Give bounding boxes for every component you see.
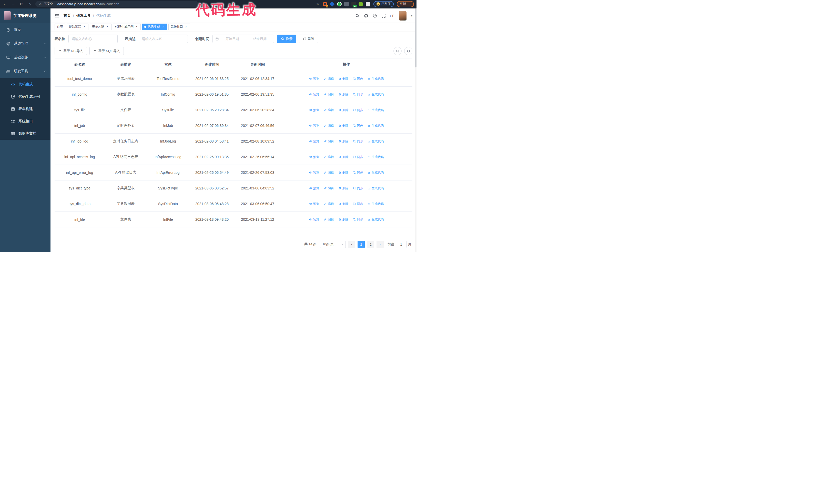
import-sql-button[interactable]: 基于 SQL 导入	[90, 47, 124, 55]
close-icon[interactable]: ×	[135, 25, 138, 29]
prev-page-button[interactable]: ‹	[348, 241, 355, 248]
action-生成代码[interactable]: 生成代码	[367, 124, 384, 128]
action-删除[interactable]: 删除	[338, 155, 349, 159]
goto-page-input[interactable]	[396, 241, 406, 248]
action-编辑[interactable]: 编辑	[324, 77, 334, 81]
action-同步[interactable]: 同步	[353, 155, 363, 159]
extension-icon[interactable]	[359, 2, 363, 6]
close-icon[interactable]: ×	[82, 25, 86, 29]
extension-icon[interactable]	[337, 2, 342, 6]
breadcrumb-item[interactable]: 首页	[64, 13, 71, 18]
user-menu-caret-icon[interactable]: ▾	[411, 14, 412, 18]
sidebar-item-系统接口[interactable]: 系统接口	[0, 115, 50, 127]
import-db-button[interactable]: 基于 DB 导入	[54, 47, 87, 55]
page-scrollbar[interactable]	[415, 8, 416, 252]
page-size-select[interactable]: 10条/页 ▾	[320, 241, 346, 248]
action-编辑[interactable]: 编辑	[324, 202, 334, 206]
search-icon[interactable]	[355, 14, 360, 18]
breadcrumb-item[interactable]: 研发工具	[76, 13, 91, 18]
action-生成代码[interactable]: 生成代码	[367, 108, 384, 112]
sidebar-item-数据库文档[interactable]: 数据库文档	[0, 127, 50, 140]
action-预览[interactable]: 预览	[309, 170, 319, 175]
extension-icon[interactable]	[344, 2, 349, 6]
browser-back-icon[interactable]: ←	[3, 2, 8, 6]
sidebar-item-代码生成[interactable]: 代码生成	[0, 78, 50, 91]
tab-链路追踪[interactable]: 链路追踪×	[67, 24, 89, 30]
tab-表单构建[interactable]: 表单构建×	[90, 24, 112, 30]
action-删除[interactable]: 删除	[338, 124, 349, 128]
action-编辑[interactable]: 编辑	[324, 186, 334, 190]
sidebar-item-基础设施[interactable]: 基础设施	[0, 50, 50, 64]
action-删除[interactable]: 删除	[338, 139, 349, 144]
action-编辑[interactable]: 编辑	[324, 92, 334, 97]
action-预览[interactable]: 预览	[309, 92, 319, 97]
action-生成代码[interactable]: 生成代码	[367, 92, 384, 97]
page-button-2[interactable]: 2	[367, 241, 374, 248]
toggle-search-button[interactable]	[394, 47, 402, 55]
extension-icon[interactable]: on	[351, 2, 356, 6]
action-编辑[interactable]: 编辑	[324, 139, 334, 144]
action-删除[interactable]: 删除	[338, 217, 349, 222]
help-icon[interactable]	[373, 14, 377, 18]
close-icon[interactable]: ×	[161, 25, 165, 29]
fullscreen-icon[interactable]	[381, 14, 386, 18]
action-同步[interactable]: 同步	[353, 202, 363, 206]
action-生成代码[interactable]: 生成代码	[367, 170, 384, 175]
sidebar-item-代码生成示例[interactable]: 代码生成示例	[0, 91, 50, 103]
action-生成代码[interactable]: 生成代码	[367, 202, 384, 206]
action-预览[interactable]: 预览	[309, 202, 319, 206]
action-同步[interactable]: 同步	[353, 108, 363, 112]
user-avatar[interactable]	[399, 11, 406, 21]
close-icon[interactable]: ×	[184, 25, 188, 29]
tab-代码生成示例[interactable]: 代码生成示例×	[113, 24, 141, 30]
action-编辑[interactable]: 编辑	[324, 170, 334, 175]
action-同步[interactable]: 同步	[353, 186, 363, 190]
tab-代码生成[interactable]: 代码生成×	[142, 24, 167, 30]
bookmark-star-icon[interactable]: ☆	[316, 2, 319, 6]
table-name-input[interactable]	[68, 34, 118, 43]
action-生成代码[interactable]: 生成代码	[367, 139, 384, 144]
sidebar-item-首页[interactable]: 首页	[0, 23, 50, 37]
font-size-icon[interactable]: tT	[390, 14, 395, 18]
action-编辑[interactable]: 编辑	[324, 217, 334, 222]
app-logo[interactable]: 芋道管理系统	[0, 8, 50, 23]
action-删除[interactable]: 删除	[338, 77, 349, 81]
hamburger-icon[interactable]	[54, 13, 60, 18]
github-icon[interactable]	[364, 14, 368, 18]
action-生成代码[interactable]: 生成代码	[367, 77, 384, 81]
action-同步[interactable]: 同步	[353, 124, 363, 128]
action-删除[interactable]: 删除	[338, 170, 349, 175]
action-同步[interactable]: 同步	[353, 92, 363, 97]
table-desc-input[interactable]	[139, 34, 188, 43]
sidebar-item-表单构建[interactable]: 表单构建	[0, 103, 50, 115]
action-同步[interactable]: 同步	[353, 77, 363, 81]
next-page-button[interactable]: ›	[377, 241, 384, 248]
puzzle-extensions-icon[interactable]	[366, 2, 371, 6]
action-生成代码[interactable]: 生成代码	[367, 186, 384, 190]
action-删除[interactable]: 删除	[338, 186, 349, 190]
action-预览[interactable]: 预览	[309, 124, 319, 128]
reset-button[interactable]: 重置	[299, 34, 318, 43]
tab-系统接口[interactable]: 系统接口×	[168, 24, 190, 30]
action-删除[interactable]: 删除	[338, 202, 349, 206]
action-编辑[interactable]: 编辑	[324, 155, 334, 159]
action-预览[interactable]: 预览	[309, 139, 319, 144]
action-生成代码[interactable]: 生成代码	[367, 217, 384, 222]
tab-首页[interactable]: 首页	[54, 24, 65, 30]
action-预览[interactable]: 预览	[309, 108, 319, 112]
action-预览[interactable]: 预览	[309, 186, 319, 190]
browser-forward-icon[interactable]: →	[11, 2, 16, 6]
action-同步[interactable]: 同步	[353, 217, 363, 222]
profile-paused-pill[interactable]: 已暂停	[374, 1, 394, 7]
action-删除[interactable]: 删除	[338, 92, 349, 97]
sidebar-item-研发工具[interactable]: 研发工具	[0, 64, 50, 78]
chrome-update-button[interactable]: 更新 ⋮	[397, 1, 414, 7]
page-button-1[interactable]: 1	[358, 241, 365, 248]
action-预览[interactable]: 预览	[309, 155, 319, 159]
search-button[interactable]: 搜索	[277, 34, 296, 43]
sidebar-item-系统管理[interactable]: 系统管理	[0, 37, 50, 50]
action-同步[interactable]: 同步	[353, 139, 363, 144]
action-预览[interactable]: 预览	[309, 77, 319, 81]
action-删除[interactable]: 删除	[338, 108, 349, 112]
browser-reload-icon[interactable]: ⟳	[19, 2, 24, 6]
